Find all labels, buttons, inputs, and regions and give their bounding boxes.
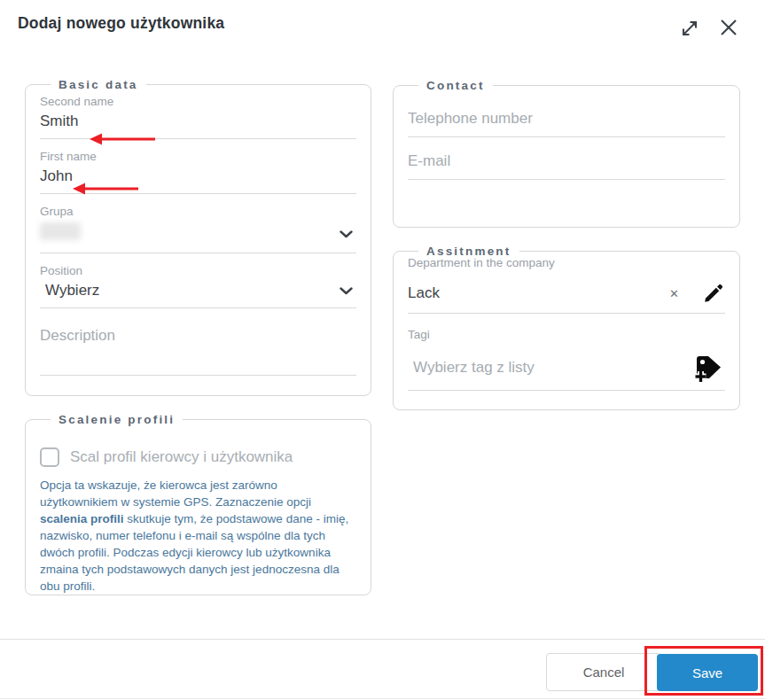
add-tag-icon[interactable]: [691, 352, 725, 384]
chevron-down-icon: [340, 283, 353, 299]
first-name-field: First name: [40, 150, 356, 194]
clear-icon[interactable]: ✕: [669, 287, 679, 300]
close-icon: [716, 29, 741, 43]
telephone-input[interactable]: [408, 110, 725, 128]
second-name-input[interactable]: [40, 113, 356, 130]
group-select[interactable]: [40, 222, 356, 253]
email-input[interactable]: [408, 152, 725, 170]
merge-profiles-section: Scalenie profili Scal profil kierowcy i …: [25, 413, 371, 595]
chevron-down-icon: [340, 226, 353, 242]
department-label: Department in the company: [408, 256, 725, 269]
contact-section: Contact: [393, 79, 740, 228]
cancel-button[interactable]: Cancel: [546, 653, 661, 691]
group-field: Grupa: [40, 205, 356, 253]
close-button[interactable]: [716, 15, 741, 40]
contact-legend: Contact: [418, 79, 493, 92]
merge-checkbox-label: Scal profil kierowcy i użytkownika: [70, 448, 293, 466]
first-name-label: First name: [40, 150, 356, 163]
save-button[interactable]: Save: [657, 654, 758, 691]
edit-pencil-icon[interactable]: [702, 282, 725, 305]
expand-icon: [679, 28, 700, 42]
merge-checkbox-row: Scal profil kierowcy i użytkownika: [40, 447, 356, 467]
merge-description-part1: Opcja ta wskazuje, że kierowca jest zaró…: [40, 478, 311, 509]
merge-profiles-checkbox[interactable]: [40, 447, 59, 467]
group-label: Grupa: [40, 205, 356, 218]
footer-divider: [0, 639, 765, 640]
department-input[interactable]: [408, 284, 662, 302]
second-name-label: Second name: [40, 95, 356, 108]
assignment-section: Assitnment Department in the company ✕ T…: [393, 245, 740, 410]
first-name-input[interactable]: [40, 167, 356, 185]
dialog-title: Dodaj nowego użytkownika: [18, 14, 224, 33]
description-input[interactable]: [40, 326, 356, 367]
position-select[interactable]: Wybierz: [40, 282, 356, 308]
basic-data-section: Basic data Second name First name Grupa: [25, 78, 371, 396]
bottom-border: [0, 698, 765, 699]
email-field: [408, 152, 725, 180]
position-field: Position Wybierz: [40, 264, 356, 308]
telephone-field: [408, 110, 725, 137]
basic-data-legend: Basic data: [51, 78, 146, 91]
merge-profiles-legend: Scalenie profili: [51, 413, 183, 426]
merge-description-bold: scalenia profili: [40, 512, 124, 525]
tags-input[interactable]: [408, 359, 691, 377]
position-label: Position: [40, 264, 356, 277]
position-value: Wybierz: [40, 282, 340, 299]
add-user-dialog: Dodaj nowego użytkownika Basic data Seco…: [0, 0, 765, 700]
department-field: Department in the company ✕: [408, 256, 725, 314]
redacted-group-value: [40, 222, 81, 240]
tags-label: Tagi: [408, 328, 725, 341]
tags-field: Tagi: [408, 328, 725, 391]
description-field: [40, 326, 356, 376]
second-name-field: Second name: [40, 95, 356, 139]
expand-button[interactable]: [679, 18, 700, 39]
merge-description: Opcja ta wskazuje, że kierowca jest zaró…: [40, 477, 356, 595]
